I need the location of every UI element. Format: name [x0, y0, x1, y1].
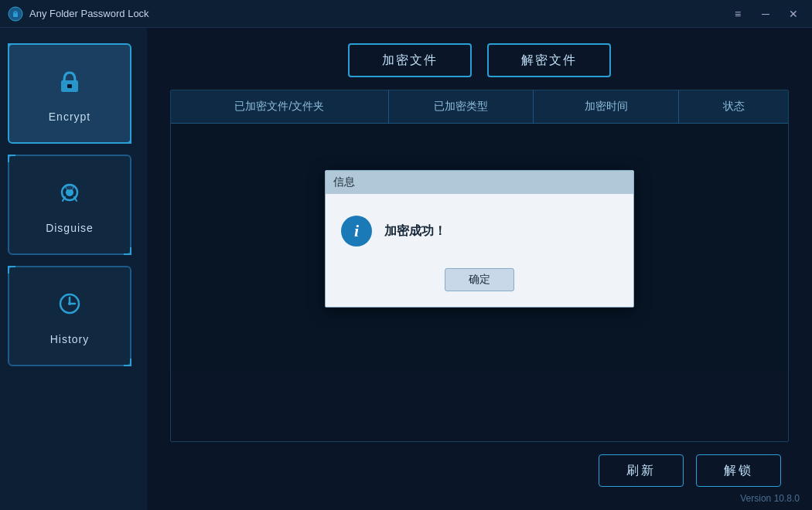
encrypt-file-button[interactable]: 加密文件 [348, 43, 472, 77]
table-header: 已加密文件/文件夹 已加密类型 加密时间 状态 [171, 90, 788, 124]
main-layout: Encrypt Disguise [0, 28, 812, 510]
dialog-body: i 加密成功！ 确定 [326, 194, 633, 307]
sidebar: Encrypt Disguise [0, 28, 147, 510]
lock-icon [53, 65, 86, 104]
sidebar-item-encrypt[interactable]: Encrypt [8, 43, 131, 144]
svg-rect-1 [13, 13, 18, 17]
file-table: 已加密文件/文件夹 已加密类型 加密时间 状态 信息 i 加密成 [170, 90, 789, 442]
window-controls: ≡ ─ ✕ [727, 6, 804, 22]
unlock-button[interactable]: 解锁 [696, 454, 781, 487]
disguise-label: Disguise [46, 222, 94, 234]
app-title: Any Folder Password Lock [29, 8, 149, 19]
info-icon: i [341, 216, 372, 246]
top-buttons: 加密文件 解密文件 [170, 43, 789, 77]
content-area: 加密文件 解密文件 已加密文件/文件夹 已加密类型 加密时间 状态 信息 [147, 28, 812, 510]
menu-button[interactable]: ≡ [727, 6, 749, 22]
dialog-message: 加密成功！ [384, 223, 446, 240]
dialog-overlay: 信息 i 加密成功！ 确定 [171, 124, 788, 371]
version-text: Version 10.8.0 [740, 493, 800, 504]
dialog-ok-button[interactable]: 确定 [445, 268, 514, 291]
encrypt-label: Encrypt [49, 110, 90, 123]
close-button[interactable]: ✕ [783, 6, 804, 22]
refresh-button[interactable]: 刷新 [599, 454, 684, 487]
minimize-button[interactable]: ─ [755, 6, 776, 22]
app-icon [8, 6, 23, 22]
col-status: 状态 [679, 90, 788, 123]
title-bar: Any Folder Password Lock ≡ ─ ✕ [0, 0, 812, 28]
svg-point-10 [68, 302, 71, 305]
col-type: 已加密类型 [389, 90, 534, 123]
table-body: 信息 i 加密成功！ 确定 [171, 124, 788, 371]
title-left: Any Folder Password Lock [8, 6, 149, 22]
history-icon [53, 287, 86, 327]
disguise-icon [53, 176, 86, 216]
svg-rect-3 [67, 84, 72, 88]
dialog-message-row: i 加密成功！ [341, 209, 618, 253]
svg-point-6 [66, 185, 73, 190]
dialog-title-text: 信息 [333, 175, 355, 189]
dialog-title-bar: 信息 [326, 171, 633, 194]
dialog-btn-row: 确定 [445, 264, 514, 294]
bottom-bar: 刷新 解锁 [170, 454, 789, 495]
history-label: History [50, 333, 90, 345]
decrypt-file-button[interactable]: 解密文件 [487, 43, 611, 77]
sidebar-item-disguise[interactable]: Disguise [8, 155, 131, 255]
col-time: 加密时间 [534, 90, 679, 123]
col-filename: 已加密文件/文件夹 [171, 90, 389, 123]
sidebar-item-history[interactable]: History [8, 266, 131, 366]
info-dialog: 信息 i 加密成功！ 确定 [325, 170, 634, 308]
